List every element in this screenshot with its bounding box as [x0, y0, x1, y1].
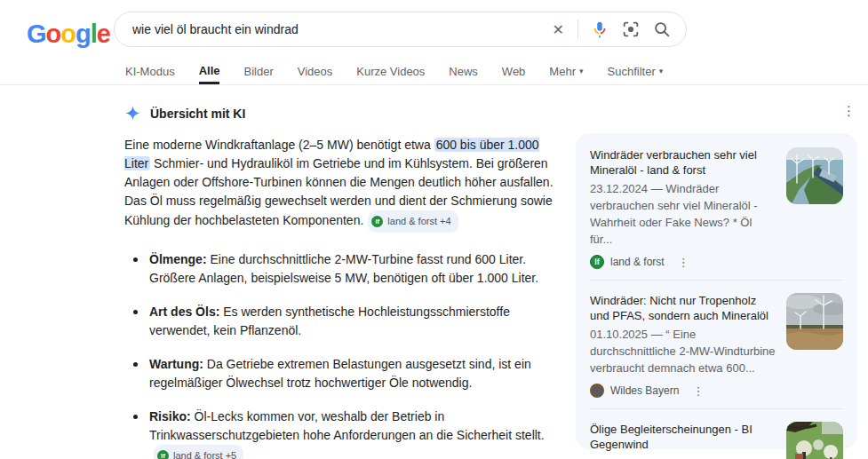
gemini-sparkle-icon: [124, 105, 141, 122]
bullet-risiko: Risiko: Öl-Lecks kommen vor, weshalb der…: [131, 408, 563, 459]
search-divider: [577, 20, 578, 39]
tab-label: Web: [502, 59, 526, 84]
logo-letter: G: [27, 20, 46, 49]
wind-turbines-coast-image: [786, 147, 843, 204]
citation-label: land & forst +4: [387, 212, 450, 231]
bullet-oelmenge: Ölmenge: Eine durchschnittliche 2-MW-Tur…: [131, 250, 563, 288]
orchard-meadow-image: [786, 422, 843, 459]
tab-label: Kurze Videos: [356, 59, 425, 84]
card-text: Windräder: Nicht nur Tropenholz und PFAS…: [590, 293, 776, 398]
logo-letter: g: [76, 20, 91, 49]
logo-letter: o: [46, 20, 61, 49]
bullet-term: Risiko:: [149, 409, 191, 423]
tab-label: Videos: [298, 59, 333, 84]
card-snippet: 01.10.2025 — “ Eine durchschnittliche 2-…: [590, 326, 776, 376]
bullet-wartung: Wartung: Da Getriebe extremen Belastunge…: [131, 355, 563, 392]
logo-letter: l: [91, 20, 97, 49]
land-forst-source-icon: lf: [371, 216, 383, 227]
result-tabs: KI-Modus Alle Bilder Videos Kurze Videos…: [125, 59, 663, 84]
card-text: Windräder verbrauchen sehr viel Mineralö…: [590, 147, 776, 269]
citation-label: land & forst +5: [173, 447, 236, 459]
card-snippet: 15.02.2025 — Das Newsportal „Agar Heute“…: [590, 455, 776, 459]
bullet-art-des-oels: Art des Öls: Es werden synthetische Hoch…: [131, 303, 563, 340]
card-title: Windräder verbrauchen sehr viel Mineralö…: [590, 147, 776, 178]
tab-kurze-videos[interactable]: Kurze Videos: [356, 59, 425, 84]
ai-overview-title: Übersicht mit KI: [150, 107, 245, 121]
card-thumbnail[interactable]: [786, 293, 843, 350]
wildes-bayern-source-icon: 🐾: [590, 384, 604, 398]
land-forst-source-icon: lf: [157, 450, 169, 459]
overview-more-vertical-icon[interactable]: ⋮: [842, 105, 856, 117]
bullet-term: Art des Öls:: [149, 305, 219, 319]
land-forst-source-icon: lf: [590, 255, 604, 269]
card-title: Windräder: Nicht nur Tropenholz und PFAS…: [590, 293, 776, 323]
google-logo[interactable]: Google: [27, 20, 110, 49]
results-content: Übersicht mit KI Eine moderne Windkrafta…: [0, 85, 868, 458]
source-name: land & forst: [610, 256, 665, 268]
intro-text: Eine moderne Windkraftanlage (2–5 MW) be…: [124, 138, 434, 152]
card-thumbnail[interactable]: [786, 422, 843, 459]
search-bar[interactable]: ✕: [114, 12, 687, 47]
search-icon[interactable]: [652, 20, 672, 39]
news-card[interactable]: Ölige Begleiterscheinungen - BI Gegenwin…: [576, 409, 857, 459]
logo-letter: e: [97, 20, 110, 49]
google-search-results-page: Google ✕: [0, 0, 868, 459]
tab-news[interactable]: News: [449, 59, 478, 84]
close-icon[interactable]: ✕: [551, 21, 566, 38]
card-text: Ölige Begleiterscheinungen - BI Gegenwin…: [590, 422, 776, 459]
chevron-down-icon: ▾: [579, 59, 584, 84]
tab-videos[interactable]: Videos: [298, 59, 333, 84]
mic-icon[interactable]: [590, 20, 609, 39]
tab-label: Bilder: [243, 59, 273, 84]
search-bar-icons: ✕: [551, 20, 686, 39]
bullet-text: Eine durchschnittliche 2-MW-Turbine fass…: [149, 252, 538, 285]
logo-letter: o: [60, 20, 76, 49]
bullet-text: Öl-Lecks kommen vor, weshalb der Betrieb…: [149, 409, 545, 442]
wind-turbines-field-image: [786, 293, 843, 350]
card-snippet: 23.12.2024 — Windräder verbrauchen sehr …: [590, 180, 776, 248]
citation-chip[interactable]: lfland & forst +5: [154, 445, 243, 459]
card-title: Ölige Begleiterscheinungen - BI Gegenwin…: [590, 422, 776, 452]
tab-bilder[interactable]: Bilder: [243, 59, 273, 84]
ai-overview-header: Übersicht mit KI: [124, 105, 563, 122]
tab-label: Alle: [199, 58, 220, 83]
bullet-text: Da Getriebe extremen Belastungen ausgese…: [149, 357, 531, 390]
card-source-row: lf land & forst ⋮: [590, 255, 776, 269]
lens-icon[interactable]: [621, 20, 641, 39]
chevron-down-icon: ▾: [659, 59, 664, 84]
card-source-row: 🐾 Wildes Bayern ⋮: [590, 384, 776, 398]
tab-label: News: [449, 59, 478, 84]
tab-alle[interactable]: Alle: [199, 59, 220, 84]
search-input[interactable]: [115, 22, 551, 36]
tab-label: Suchfilter: [608, 59, 656, 84]
tab-web[interactable]: Web: [502, 59, 526, 84]
news-panel: Windräder verbrauchen sehr viel Mineralö…: [576, 133, 857, 449]
tab-ki-modus[interactable]: KI-Modus: [125, 59, 175, 84]
news-card[interactable]: Windräder: Nicht nur Tropenholz und PFAS…: [576, 281, 857, 408]
tab-mehr[interactable]: Mehr▾: [549, 59, 583, 84]
tab-label: Mehr: [549, 59, 576, 84]
tab-label: KI-Modus: [125, 59, 175, 84]
more-vertical-icon[interactable]: ⋮: [678, 256, 689, 269]
bullet-term: Ölmenge:: [149, 252, 207, 266]
citation-chip[interactable]: lfland & forst +4: [368, 210, 458, 233]
card-thumbnail[interactable]: [786, 147, 843, 204]
header: Google ✕: [0, 0, 868, 85]
more-vertical-icon[interactable]: ⋮: [692, 384, 704, 398]
source-name: Wildes Bayern: [610, 384, 679, 397]
bullet-term: Wartung:: [149, 357, 203, 371]
ai-intro-paragraph: Eine moderne Windkraftanlage (2–5 MW) be…: [124, 136, 563, 233]
tab-suchfilter[interactable]: Suchfilter▾: [608, 59, 664, 84]
intro-text: Schmier- und Hydrauliköl im Getriebe und…: [124, 156, 553, 227]
ai-bullet-list: Ölmenge: Eine durchschnittliche 2-MW-Tur…: [131, 250, 563, 459]
ai-overview: Übersicht mit KI Eine moderne Windkrafta…: [124, 105, 563, 459]
news-card[interactable]: Windräder verbrauchen sehr viel Mineralö…: [576, 135, 857, 280]
